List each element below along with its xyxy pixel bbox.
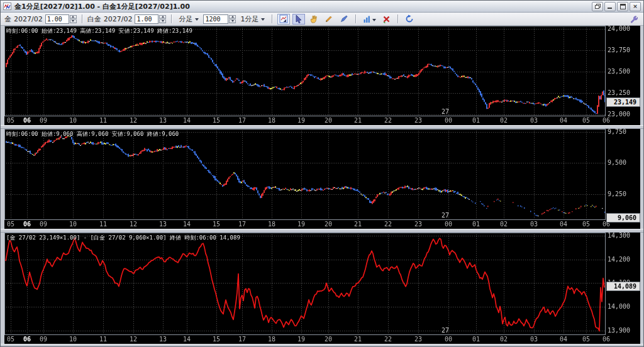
x-axis-label: 09 bbox=[38, 221, 49, 228]
x-axis-label: 22 bbox=[382, 336, 394, 343]
y-axis-label: 23,750 bbox=[608, 47, 630, 53]
x-axis-label: 04 bbox=[558, 336, 569, 343]
cascade-windows-button[interactable] bbox=[592, 2, 603, 11]
x-axis-label: 19 bbox=[296, 117, 307, 124]
minimize-icon bbox=[608, 4, 613, 9]
x-axis-label: 05 bbox=[580, 221, 592, 228]
chart-select-icon bbox=[279, 14, 288, 23]
toolbar: 金 2027/02 白金 2027/02 分足 bbox=[1, 13, 643, 26]
close-button[interactable]: × bbox=[630, 2, 641, 11]
x-axis-label: 19 bbox=[296, 221, 307, 228]
x-axis-label: 05 bbox=[580, 117, 592, 124]
app-window: 金1分足[2027/02]1.00 - 白金1分足[2027/02]1.00 ×… bbox=[0, 0, 644, 347]
x-axis-label: 14 bbox=[181, 221, 192, 228]
platinum-multiplier-up-button[interactable] bbox=[159, 15, 166, 19]
gold-last-price-box: 23,149 bbox=[606, 97, 640, 107]
chart-select-tool-button[interactable] bbox=[277, 14, 290, 25]
x-axis-label: 17 bbox=[236, 336, 248, 343]
price-charts-canvas[interactable] bbox=[1, 26, 644, 347]
y-axis-label: 14,000 bbox=[608, 303, 630, 310]
x-axis-label: 01 bbox=[470, 221, 482, 228]
interval-dropdown[interactable]: 1分足 bbox=[238, 14, 267, 25]
period-type-dropdown[interactable]: 分足 bbox=[177, 14, 201, 25]
x-axis-label: 05 bbox=[580, 336, 592, 343]
x-axis-label: 13 bbox=[157, 336, 169, 343]
reload-chart-button[interactable] bbox=[403, 14, 416, 25]
platinum-multiplier-input[interactable] bbox=[135, 14, 158, 24]
pencil-draw-tool-button[interactable] bbox=[323, 14, 335, 25]
y-axis-label: 23,250 bbox=[608, 89, 630, 96]
x-axis-label: 22 bbox=[382, 221, 394, 228]
x-axis-label: 20 bbox=[323, 221, 334, 228]
x-axis-label: 04 bbox=[558, 221, 569, 228]
x-axis-label: 10 bbox=[67, 221, 79, 228]
chart-type-menu-button[interactable] bbox=[361, 14, 377, 25]
gold-contract-month: 2027/02 bbox=[14, 15, 43, 23]
x-axis-label: 06 bbox=[601, 117, 612, 124]
bar-count-up-button[interactable] bbox=[229, 15, 236, 19]
gold-multiplier-down-button[interactable] bbox=[70, 19, 77, 23]
maximize-button[interactable] bbox=[617, 2, 628, 11]
maximize-icon bbox=[620, 4, 626, 9]
x-axis-label: 15 bbox=[211, 117, 222, 124]
x-axis-label: 03 bbox=[528, 336, 540, 343]
x-axis-label: 23 bbox=[413, 221, 424, 228]
spread-panel-header: [金 27/02 23,149×1.00] - [白金 27/02 9,060×… bbox=[6, 234, 240, 242]
x-axis-label: 05 bbox=[5, 117, 16, 124]
bar-count-down-button[interactable] bbox=[229, 19, 236, 23]
y-axis-label: 23,500 bbox=[608, 68, 630, 75]
date-marker: 27 bbox=[441, 212, 449, 219]
hand-icon bbox=[309, 14, 318, 23]
x-axis-label: 06 bbox=[21, 117, 33, 124]
x-axis-label: 10 bbox=[67, 336, 79, 343]
gold-multiplier-up-button[interactable] bbox=[70, 15, 77, 19]
delete-x-icon bbox=[382, 15, 391, 23]
x-axis-label: 18 bbox=[266, 336, 277, 343]
x-axis-label: 23 bbox=[413, 117, 424, 124]
x-axis-label: 13 bbox=[157, 117, 169, 124]
x-axis-label: 21 bbox=[352, 221, 364, 228]
x-axis-label: 12 bbox=[128, 117, 139, 124]
x-axis-label: 13 bbox=[157, 221, 169, 228]
minimize-button[interactable] bbox=[604, 2, 616, 11]
x-axis-label: 00 bbox=[443, 221, 454, 228]
chart-region: 時刻:06:00 始値:23,149 高値:23,149 安値:23,149 終… bbox=[1, 26, 644, 347]
cascade-icon bbox=[595, 4, 601, 9]
chevron-down-icon bbox=[261, 18, 265, 23]
cursor-tool-button[interactable] bbox=[292, 14, 305, 25]
x-axis-label: 23 bbox=[413, 336, 424, 343]
refresh-icon bbox=[405, 14, 414, 23]
gold-multiplier-input[interactable] bbox=[45, 14, 69, 24]
interval-value: 1分足 bbox=[240, 14, 258, 24]
settings-wrench-button[interactable] bbox=[627, 14, 640, 25]
titlebar[interactable]: 金1分足[2027/02]1.00 - 白金1分足[2027/02]1.00 × bbox=[1, 1, 643, 13]
x-axis-label: 15 bbox=[211, 221, 222, 228]
x-axis-label: 18 bbox=[266, 117, 277, 124]
bar-count-input[interactable] bbox=[203, 14, 228, 24]
y-axis-label: 9,250 bbox=[608, 190, 626, 197]
x-axis-label: 12 bbox=[128, 336, 139, 343]
x-axis-label: 12 bbox=[128, 221, 139, 228]
chevron-down-icon bbox=[195, 18, 199, 23]
x-axis-label: 02 bbox=[498, 221, 509, 228]
x-axis-label: 03 bbox=[528, 117, 540, 124]
platinum-multiplier-down-button[interactable] bbox=[159, 19, 166, 23]
x-axis-label: 01 bbox=[470, 336, 482, 343]
x-axis-label: 10 bbox=[67, 117, 79, 124]
x-axis-label: 11 bbox=[97, 221, 109, 228]
x-axis-label: 19 bbox=[296, 336, 307, 343]
chevron-down-icon bbox=[372, 19, 376, 23]
spread-last-price-box: 14,089 bbox=[606, 282, 640, 291]
hand-pan-tool-button[interactable] bbox=[308, 14, 320, 25]
y-axis-label: 9,500 bbox=[608, 159, 626, 166]
x-axis-label: 22 bbox=[382, 117, 394, 124]
y-axis-label: 14,200 bbox=[608, 256, 630, 263]
x-axis-label: 05 bbox=[5, 336, 16, 343]
x-axis-label: 20 bbox=[323, 336, 334, 343]
x-axis-label: 06 bbox=[21, 221, 33, 228]
pen-draw-tool-button[interactable] bbox=[338, 14, 350, 25]
delete-drawing-button[interactable] bbox=[380, 14, 392, 25]
x-axis-label: 03 bbox=[528, 221, 540, 228]
x-axis-label: 05 bbox=[5, 221, 16, 228]
toolbar-separator bbox=[397, 14, 398, 23]
